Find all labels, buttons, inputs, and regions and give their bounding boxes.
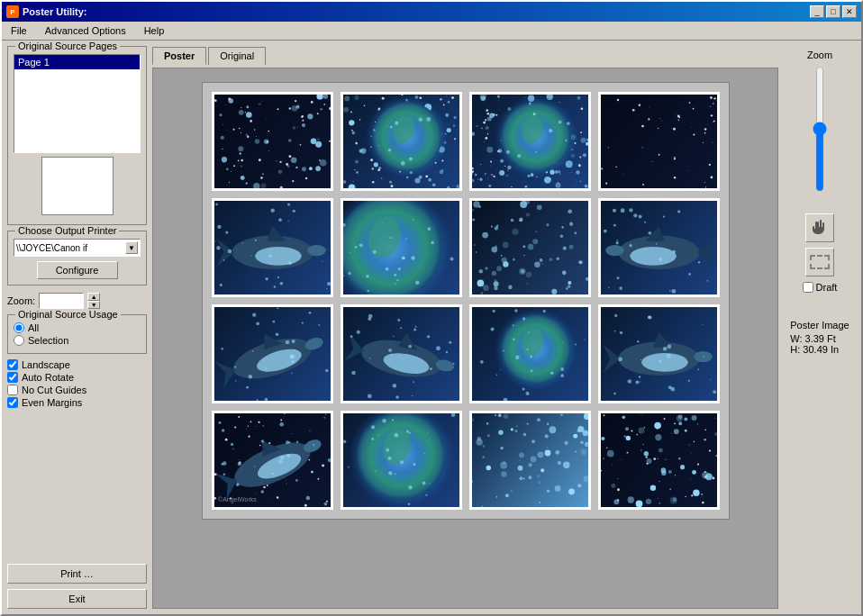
bottom-buttons: Print … Exit: [7, 564, 147, 609]
draft-checkbox[interactable]: [803, 282, 813, 293]
printer-value: \\JOYCE\Canon if: [16, 243, 97, 253]
poster-tile: [469, 304, 591, 403]
printer-dropdown[interactable]: \\JOYCE\Canon if ▼: [14, 239, 141, 257]
right-panel: Zoom Draft Poster Image W: 3.39 Ft H: 30…: [784, 46, 856, 609]
zoom-label: Zoom:: [7, 295, 35, 306]
poster-tile: [212, 411, 333, 510]
zoom-slider-container: [811, 66, 829, 201]
poster-tile: [341, 198, 462, 297]
poster-tile: [212, 92, 333, 191]
zoom-slider[interactable]: [811, 66, 829, 192]
zoom-row: Zoom: 692 ▲ ▼: [7, 293, 147, 309]
checkbox-evenmargins[interactable]: [7, 397, 18, 408]
zoom-input[interactable]: 692: [39, 293, 84, 309]
main-window: P Poster Utility: _ □ ✕ File Advanced Op…: [0, 0, 863, 616]
poster-tile: [469, 92, 591, 191]
checkbox-nocutguides-label: No Cut Guides: [22, 385, 86, 395]
exit-button[interactable]: Exit: [7, 589, 147, 609]
zoom-up-button[interactable]: ▲: [87, 293, 100, 301]
poster-tile: [341, 92, 462, 191]
title-bar-left: P Poster Utility:: [6, 5, 87, 18]
tab-original[interactable]: Original: [208, 47, 266, 65]
radio-all[interactable]: [14, 322, 24, 333]
poster-tile: [598, 411, 720, 510]
printer-group-label: Choose Output Printer: [15, 225, 119, 236]
minimize-button[interactable]: _: [810, 5, 824, 18]
poster-tile: [212, 304, 333, 403]
tabs: Poster Original: [152, 46, 778, 64]
printer-group: Choose Output Printer \\JOYCE\Canon if ▼…: [7, 231, 147, 285]
checkbox-nocutguides[interactable]: [7, 385, 18, 395]
content-area: Original Source Pages Page 1 Choose Outp…: [2, 41, 861, 614]
window-title: Poster Utility:: [23, 6, 87, 17]
left-panel: Original Source Pages Page 1 Choose Outp…: [7, 46, 147, 609]
checkbox-landscape-row: Landscape: [7, 359, 147, 370]
pan-tool-button[interactable]: [805, 213, 834, 242]
print-button[interactable]: Print …: [7, 564, 147, 584]
menu-file[interactable]: File: [5, 23, 32, 38]
checkbox-evenmargins-label: Even Margins: [22, 397, 82, 408]
title-bar: P Poster Utility: _ □ ✕: [2, 2, 861, 22]
poster-area[interactable]: [152, 68, 778, 609]
dashed-rect-icon: [810, 255, 830, 269]
zoom-spinners: ▲ ▼: [87, 293, 100, 309]
configure-button[interactable]: Configure: [37, 261, 118, 279]
poster-tile: [469, 411, 591, 510]
page-list-item[interactable]: Page 1: [14, 55, 140, 69]
source-pages-group: Original Source Pages Page 1: [7, 46, 147, 225]
poster-info: Poster Image W: 3.39 Ft H: 30.49 In: [786, 316, 852, 358]
title-buttons: _ □ ✕: [810, 5, 857, 18]
poster-tile: [469, 198, 591, 297]
main-area: Poster Original: [152, 46, 778, 609]
hand-icon: [809, 217, 831, 239]
poster-width-value: W: 3.39 Ft: [790, 333, 849, 344]
selection-tool-button[interactable]: [805, 248, 834, 276]
tab-poster[interactable]: Poster: [152, 47, 206, 65]
checkbox-landscape[interactable]: [7, 359, 18, 370]
source-usage-label: Original Source Usage: [15, 309, 121, 320]
checkboxes-area: Landscape Auto Rotate No Cut Guides Even…: [7, 359, 147, 410]
radio-all-label: All: [28, 322, 39, 333]
close-button[interactable]: ✕: [842, 5, 857, 18]
radio-selection[interactable]: [14, 335, 24, 346]
poster-image-label: Poster Image: [790, 320, 849, 331]
radio-selection-row: Selection: [14, 335, 141, 346]
poster-height-value: H: 30.49 In: [790, 344, 849, 355]
source-usage-group: Original Source Usage All Selection: [7, 314, 147, 354]
poster-canvas: [202, 82, 730, 520]
page-preview: [41, 157, 114, 215]
menu-bar: File Advanced Options Help: [2, 22, 861, 41]
checkbox-nocutguides-row: No Cut Guides: [7, 385, 147, 395]
poster-tile: [341, 304, 462, 403]
radio-all-row: All: [14, 322, 141, 333]
draft-label: Draft: [816, 282, 838, 293]
poster-tile: [341, 411, 462, 510]
draft-row: Draft: [803, 282, 838, 293]
page-list[interactable]: Page 1: [14, 54, 141, 153]
printer-select-row: \\JOYCE\Canon if ▼: [14, 239, 141, 257]
poster-tile: [598, 92, 720, 191]
zoom-panel-label: Zoom: [807, 50, 832, 60]
checkbox-autorotate[interactable]: [7, 372, 18, 383]
radio-selection-label: Selection: [28, 335, 68, 346]
poster-tile: [598, 198, 720, 297]
zoom-down-button[interactable]: ▼: [87, 301, 100, 309]
checkbox-landscape-label: Landscape: [22, 359, 70, 370]
maximize-button[interactable]: □: [826, 5, 840, 18]
menu-help[interactable]: Help: [139, 23, 170, 38]
menu-advanced-options[interactable]: Advanced Options: [40, 23, 132, 38]
checkbox-autorotate-label: Auto Rotate: [22, 372, 74, 383]
checkbox-evenmargins-row: Even Margins: [7, 397, 147, 408]
app-icon: P: [6, 5, 19, 18]
source-pages-label: Original Source Pages: [15, 41, 120, 51]
poster-tile: [212, 198, 333, 297]
checkbox-autorotate-row: Auto Rotate: [7, 372, 147, 383]
poster-tile: [598, 304, 720, 403]
printer-dropdown-arrow[interactable]: ▼: [125, 241, 138, 254]
